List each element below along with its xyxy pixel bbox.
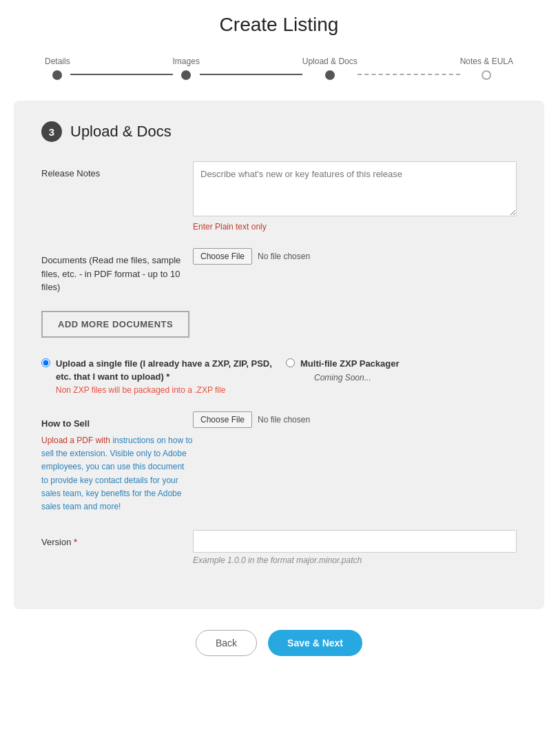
step-upload-docs-dot — [325, 70, 335, 80]
multi-file-label[interactable]: Multi-file ZXP Packager Coming Soon... — [286, 357, 517, 383]
step-line-2 — [200, 74, 302, 75]
release-notes-hint: Enter Plain text only — [193, 222, 517, 232]
save-next-button[interactable]: Save & Next — [268, 630, 362, 656]
documents-file-wrapper: Choose File No file chosen — [193, 248, 517, 265]
documents-row: Documents (Read me files, sample files, … — [41, 248, 517, 294]
section-title: Upload & Docs — [70, 123, 172, 141]
section-number: 3 — [41, 121, 62, 142]
how-to-sell-label-col: How to Sell Upload a PDF with instructio… — [41, 411, 193, 514]
how-to-sell-desc: Upload a PDF with instructions on how to… — [41, 434, 193, 513]
single-file-option: Upload a single file (I already have a Z… — [41, 357, 272, 395]
multi-file-option: Multi-file ZXP Packager Coming Soon... — [286, 357, 517, 395]
release-notes-input[interactable] — [193, 161, 517, 216]
how-to-sell-desc-part1: Upload a PDF with — [41, 436, 110, 445]
version-label: Version * — [41, 530, 193, 549]
release-notes-field: Enter Plain text only — [193, 161, 517, 232]
section-header: 3 Upload & Docs — [41, 121, 517, 142]
step-notes-eula-dot — [482, 70, 491, 80]
multi-file-radio[interactable] — [286, 358, 295, 367]
version-input[interactable] — [193, 530, 517, 553]
single-file-label[interactable]: Upload a single file (I already have a Z… — [41, 357, 272, 395]
documents-label: Documents (Read me files, sample files, … — [41, 248, 193, 294]
single-file-sub: Non ZXP files will be packaged into a .Z… — [56, 385, 272, 395]
step-upload-docs-label: Upload & Docs — [302, 57, 358, 66]
bottom-actions: Back Save & Next — [0, 630, 558, 656]
documents-choose-file-button[interactable]: Choose File — [193, 248, 252, 265]
version-row: Version * Example 1.0.0 in the format ma… — [41, 530, 517, 565]
version-hint: Example 1.0.0 in the format major.minor.… — [193, 555, 517, 565]
step-line-1 — [70, 74, 173, 75]
how-to-sell-file-wrapper: Choose File No file chosen — [193, 411, 517, 428]
release-notes-label: Release Notes — [41, 161, 193, 181]
add-more-documents-button[interactable]: ADD MORE DOCUMENTS — [41, 311, 189, 338]
multi-file-coming-soon: Coming Soon... — [314, 373, 400, 382]
documents-field: Choose File No file chosen — [193, 248, 517, 265]
single-file-radio[interactable] — [41, 358, 50, 367]
step-details-dot — [52, 70, 62, 80]
step-notes-eula-label: Notes & EULA — [460, 57, 513, 66]
how-to-sell-choose-file-button[interactable]: Choose File — [193, 411, 252, 428]
step-notes-eula: Notes & EULA — [460, 57, 513, 80]
how-to-sell-no-file-label: No file chosen — [258, 415, 310, 425]
multi-file-text: Multi-file ZXP Packager — [300, 358, 400, 369]
step-details-label: Details — [45, 57, 70, 66]
how-to-sell-row: How to Sell Upload a PDF with instructio… — [41, 411, 517, 514]
how-to-sell-title: How to Sell — [41, 417, 193, 431]
single-file-text: Upload a single file (I already have a Z… — [56, 358, 272, 382]
form-card: 3 Upload & Docs Release Notes Enter Plai… — [14, 101, 544, 609]
version-field: Example 1.0.0 in the format major.minor.… — [193, 530, 517, 565]
step-images-dot — [181, 70, 191, 80]
release-notes-row: Release Notes Enter Plain text only — [41, 161, 517, 232]
back-button[interactable]: Back — [196, 630, 257, 656]
step-upload-docs: Upload & Docs — [302, 57, 358, 80]
how-to-sell-field: Choose File No file chosen — [193, 411, 517, 428]
documents-no-file-label: No file chosen — [258, 252, 310, 261]
step-images: Images — [173, 57, 200, 80]
stepper: Details Images Upload & Docs Notes & EUL… — [45, 57, 513, 80]
step-line-3 — [358, 74, 460, 75]
step-details: Details — [45, 57, 70, 80]
page-title: Create Listing — [0, 0, 558, 57]
step-images-label: Images — [173, 57, 200, 66]
upload-options-section: Upload a single file (I already have a Z… — [41, 357, 517, 395]
